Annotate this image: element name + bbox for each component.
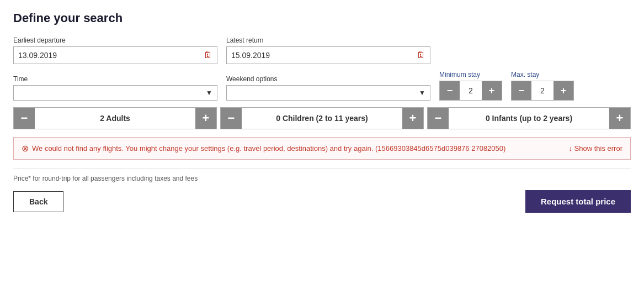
error-circle-icon: ⊗ (22, 143, 29, 154)
infants-minus-button[interactable]: − (428, 108, 449, 129)
infants-control: − 0 Infants (up to 2 years) + (427, 107, 631, 129)
adults-plus-button[interactable]: + (195, 108, 216, 129)
children-plus-button[interactable]: + (402, 108, 423, 129)
divider (13, 169, 631, 169)
return-date-field[interactable]: 15.09.2019 🗓 (226, 46, 430, 64)
infants-plus-button[interactable]: + (609, 108, 630, 129)
departure-date-value: 13.09.2019 (18, 51, 57, 60)
weekend-label: Weekend options (226, 75, 430, 83)
max-stay-minus-button[interactable]: − (512, 81, 531, 100)
show-error-link[interactable]: ↓ Show this error (568, 144, 622, 153)
children-control: − 0 Children (2 to 11 years) + (220, 107, 424, 129)
min-stay-label: Minimum stay (439, 71, 502, 78)
error-box: ⊗ We could not find any flights. You mig… (13, 137, 631, 160)
back-button[interactable]: Back (13, 191, 63, 212)
return-date-value: 15.09.2019 (231, 51, 270, 60)
time-label: Time (13, 75, 217, 83)
min-stay-stepper: − 2 + (439, 81, 502, 101)
max-stay-value: 2 (531, 86, 553, 95)
time-select[interactable]: ▼ (13, 85, 217, 101)
max-stay-plus-button[interactable]: + (553, 81, 573, 100)
adults-minus-button[interactable]: − (14, 108, 35, 129)
return-calendar-icon[interactable]: 🗓 (417, 50, 425, 60)
departure-calendar-icon[interactable]: 🗓 (204, 50, 212, 60)
weekend-select[interactable]: ▼ (226, 85, 430, 101)
request-total-price-button[interactable]: Request total price (525, 190, 631, 213)
infants-label: 0 Infants (up to 2 years) (449, 114, 609, 123)
price-note: Price* for round-trip for all passengers… (13, 175, 631, 182)
error-message: We could not find any flights. You might… (32, 144, 505, 153)
departure-label: Earliest departure (13, 36, 217, 44)
max-stay-stepper: − 2 + (511, 81, 574, 101)
max-stay-label: Max. stay (511, 71, 574, 78)
weekend-chevron-icon: ▼ (419, 89, 425, 97)
children-minus-button[interactable]: − (221, 108, 242, 129)
bottom-actions: Back Request total price (13, 190, 631, 213)
min-stay-minus-button[interactable]: − (440, 81, 460, 100)
return-label: Latest return (226, 36, 430, 44)
adults-control: − 2 Adults + (13, 107, 217, 129)
error-message-wrapper: ⊗ We could not find any flights. You mig… (22, 143, 505, 154)
min-stay-plus-button[interactable]: + (482, 81, 502, 100)
adults-label: 2 Adults (35, 114, 195, 123)
min-stay-value: 2 (460, 86, 482, 95)
children-label: 0 Children (2 to 11 years) (242, 114, 402, 123)
departure-date-field[interactable]: 13.09.2019 🗓 (13, 46, 217, 64)
page-title: Define your search (13, 11, 631, 25)
time-chevron-icon: ▼ (206, 89, 212, 97)
